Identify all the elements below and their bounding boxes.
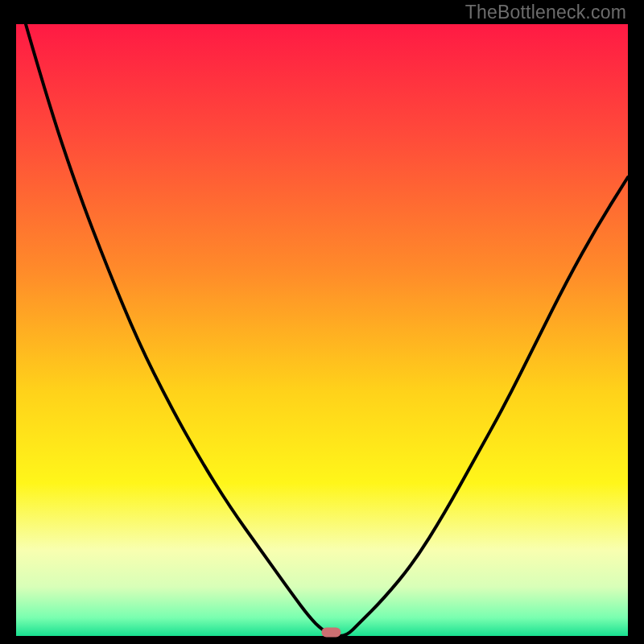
watermark-text: TheBottleneck.com bbox=[465, 2, 626, 23]
chart-container: TheBottleneck.com bbox=[0, 0, 644, 644]
optimal-point-marker bbox=[321, 627, 341, 637]
bottleneck-chart bbox=[0, 0, 644, 644]
plot-area bbox=[16, 24, 628, 636]
